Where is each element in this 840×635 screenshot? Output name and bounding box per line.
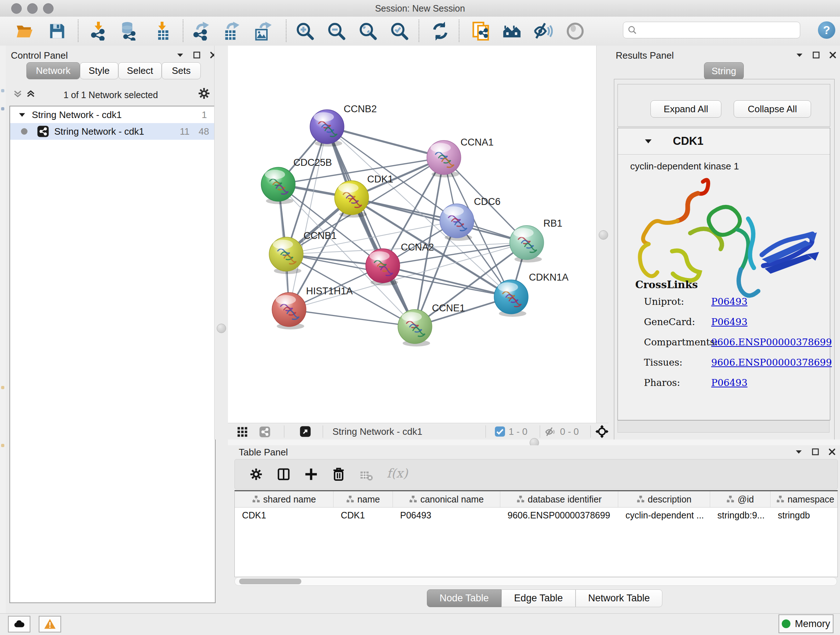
collapse-panel-icon[interactable] — [795, 51, 804, 59]
zoom-out-icon[interactable] — [327, 22, 346, 41]
results-scroll-strip[interactable] — [617, 420, 829, 432]
add-column-icon[interactable] — [304, 467, 318, 481]
export-network-to-file-icon[interactable] — [192, 22, 210, 41]
hidden-eye-slash-icon[interactable] — [545, 426, 556, 438]
cloud-button[interactable] — [8, 616, 30, 632]
table-splitter[interactable] — [228, 440, 840, 445]
crosslink-tissues-link[interactable]: 9606.ENSP00000378699 — [711, 357, 832, 368]
expand-all-networks-icon[interactable] — [25, 88, 36, 99]
collapse-all-networks-icon[interactable] — [12, 88, 23, 99]
zoom-selected-icon[interactable] — [390, 22, 409, 41]
export-table-to-file-icon[interactable] — [222, 22, 241, 41]
left-splitter[interactable] — [214, 46, 229, 440]
column-header-namespace[interactable]: namespace — [771, 491, 838, 507]
table-cell[interactable]: cyclin-dependent ... — [618, 508, 710, 523]
collection-disclosure-icon[interactable] — [18, 111, 26, 119]
string-style-toggle-icon[interactable] — [259, 426, 271, 438]
close-panel-icon[interactable] — [828, 448, 836, 456]
crosslink-compartments-link[interactable]: 9606.ENSP00000378699 — [711, 337, 832, 348]
share-clipboard-icon[interactable] — [472, 22, 491, 41]
table-cell[interactable]: 9606.ENSP00000378699 — [500, 508, 618, 523]
node-label-CDK1: CDK1 — [367, 174, 393, 185]
crosslink-genecard-link[interactable]: P06493 — [711, 317, 747, 327]
show-columns-icon[interactable] — [277, 467, 291, 481]
table-settings-gear-icon[interactable] — [249, 467, 263, 481]
tab-sets[interactable]: Sets — [162, 62, 201, 79]
column-header-description[interactable]: description — [618, 491, 710, 507]
node-RB1[interactable]: RB1 — [510, 218, 562, 263]
refresh-icon[interactable] — [431, 22, 450, 41]
gene-disclosure-icon[interactable] — [644, 137, 653, 146]
node-CCNB2[interactable]: CCNB2 — [310, 103, 377, 147]
node-table[interactable]: shared namenamecanonical namedatabase id… — [234, 490, 838, 577]
home-pages-icon[interactable] — [502, 22, 521, 41]
node-CCNA1[interactable]: CCNA1 — [427, 137, 494, 177]
tab-select[interactable]: Select — [118, 62, 162, 79]
table-horizontal-scrollbar[interactable] — [234, 577, 837, 586]
birds-eye-view-icon[interactable] — [237, 426, 248, 438]
edge[interactable] — [327, 127, 415, 326]
table-cell[interactable]: P06493 — [393, 508, 500, 523]
crosslink-pharos-link[interactable]: P06493 — [711, 377, 747, 388]
open-in-window-icon[interactable] — [300, 426, 311, 437]
network-row-selected[interactable]: String Network - cdk1 11 48 — [10, 123, 215, 140]
tab-style[interactable]: Style — [80, 62, 118, 79]
column-header-shared-name[interactable]: shared name — [235, 491, 333, 507]
node-CCNE1[interactable]: CCNE1 — [398, 302, 465, 347]
float-panel-icon[interactable] — [811, 448, 820, 456]
node-HIST1H1A[interactable]: HIST1H1A — [272, 286, 353, 329]
open-session-icon[interactable] — [15, 22, 34, 41]
delete-column-trash-icon[interactable] — [332, 467, 346, 481]
help-button[interactable]: ? — [818, 21, 835, 39]
expand-all-button[interactable]: Expand All — [651, 100, 722, 118]
string-network-graph[interactable]: CCNB2CCNA1CDC25BCDK1CDC6RB1CCNB1CCNA2CDK… — [228, 46, 596, 423]
column-header--id[interactable]: @id — [710, 491, 771, 507]
save-session-icon[interactable] — [48, 22, 66, 41]
splitter-handle[interactable] — [599, 230, 608, 240]
search-input[interactable] — [637, 25, 790, 35]
search-field[interactable] — [623, 22, 800, 38]
close-panel-icon[interactable] — [829, 51, 837, 59]
table-row[interactable]: CDK1CDK1P064939606.ENSP00000378699cyclin… — [235, 508, 837, 523]
collapse-panel-icon[interactable] — [176, 51, 185, 59]
tab-string[interactable]: String — [704, 62, 744, 80]
crosslink-uniprot-link[interactable]: P06493 — [711, 296, 747, 307]
import-network-from-database-icon[interactable] — [119, 22, 138, 41]
memory-button[interactable]: Memory — [778, 614, 834, 633]
edge[interactable] — [327, 127, 444, 157]
gene-section-header[interactable]: CDK1 — [618, 128, 830, 155]
table-cell[interactable]: stringdb:9... — [710, 508, 771, 523]
column-header-database-identifier[interactable]: database identifier — [500, 491, 618, 507]
float-panel-icon[interactable] — [193, 51, 201, 59]
warnings-button[interactable] — [39, 616, 61, 632]
column-header-canonical-name[interactable]: canonical name — [393, 491, 500, 507]
table-cell[interactable]: stringdb — [771, 508, 838, 523]
collapse-panel-icon[interactable] — [794, 448, 803, 456]
column-header-name[interactable]: name — [333, 491, 393, 507]
tab-network[interactable]: Network — [27, 62, 80, 79]
tab-edge-table[interactable]: Edge Table — [501, 589, 576, 607]
scrollbar-thumb[interactable] — [239, 578, 302, 584]
table-cell[interactable]: CDK1 — [235, 508, 333, 523]
zoom-in-icon[interactable] — [295, 22, 314, 41]
node-CDKN1A[interactable]: CDKN1A — [494, 272, 569, 317]
tab-network-table[interactable]: Network Table — [576, 589, 663, 607]
network-collection-row[interactable]: String Network - cdk1 1 — [10, 106, 215, 123]
export-image-icon[interactable] — [254, 22, 272, 41]
fit-content-crosshair-icon[interactable] — [595, 425, 608, 438]
node-CDC25B[interactable]: CDC25B — [261, 157, 332, 204]
check-icon — [495, 426, 505, 437]
tab-node-table[interactable]: Node Table — [427, 589, 501, 607]
splitter-handle[interactable] — [217, 324, 226, 333]
edge[interactable] — [289, 310, 415, 326]
table-cell[interactable]: CDK1 — [333, 508, 393, 523]
zoom-fit-icon[interactable] — [358, 22, 377, 41]
network-options-gear-icon[interactable] — [197, 87, 210, 100]
network-canvas[interactable]: CCNB2CCNA1CDC25BCDK1CDC6RB1CCNB1CCNA2CDK… — [228, 46, 596, 423]
import-network-from-file-icon[interactable] — [89, 22, 108, 41]
hide-panels-icon[interactable] — [534, 22, 553, 41]
import-table-from-file-icon[interactable] — [153, 22, 172, 41]
selected-checkbox[interactable] — [495, 426, 505, 437]
float-panel-icon[interactable] — [812, 51, 821, 59]
collapse-all-button[interactable]: Collapse All — [734, 100, 811, 118]
